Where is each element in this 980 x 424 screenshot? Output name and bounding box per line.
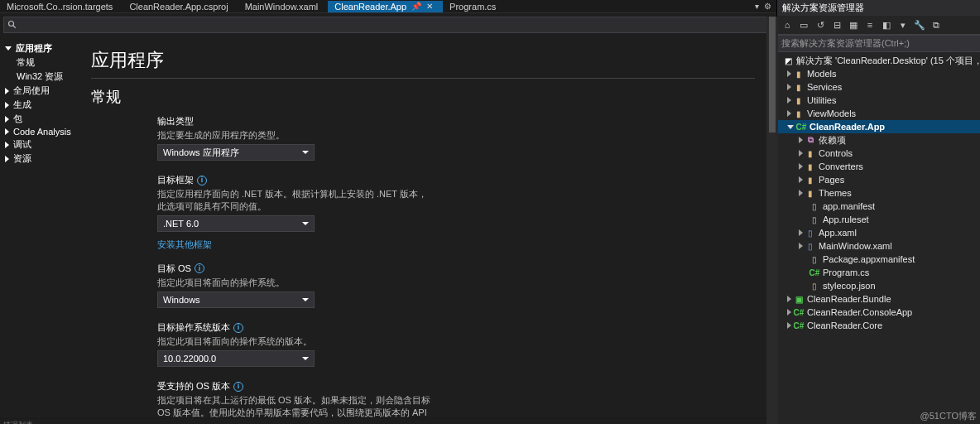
- tab-program[interactable]: Program.cs: [443, 1, 506, 12]
- folder-icon: ▮: [793, 68, 805, 80]
- scroll-thumb[interactable]: [769, 17, 776, 132]
- watermark: @51CTO博客: [920, 410, 977, 422]
- tree-project-cleanreader-app[interactable]: C#CleanReader.App: [777, 120, 980, 133]
- cs-icon: C#: [809, 267, 820, 278]
- link-icon[interactable]: ⧉: [930, 18, 943, 31]
- nav-code-analysis[interactable]: Code Analysis: [5, 126, 91, 137]
- solution-explorer-search[interactable]: 搜索解决方案资源管理器(Ctrl+;) 🔍▾: [777, 35, 980, 52]
- close-icon[interactable]: ✕: [426, 2, 433, 11]
- vertical-scrollbar[interactable]: [766, 17, 778, 424]
- status-bar: 错误列表: [0, 418, 776, 424]
- chevron-down-icon: [302, 298, 309, 301]
- tree-file-appruleset[interactable]: ▯App.ruleset: [777, 213, 980, 226]
- sync-icon[interactable]: ↺: [814, 18, 827, 31]
- csproj-icon: C#: [793, 320, 805, 331]
- tree-project-core[interactable]: C#CleanReader.Core: [777, 319, 980, 332]
- search-icon: [7, 20, 17, 30]
- info-icon[interactable]: i: [197, 176, 207, 186]
- tree-file-appxaml[interactable]: ▯App.xaml: [777, 226, 980, 239]
- dropdown-target-os[interactable]: Windows: [157, 292, 315, 308]
- field-target-os: 目标 OSi 指定此项目将面向的操作系统。 Windows: [157, 263, 755, 308]
- tree-project-console[interactable]: C#CleanReader.ConsoleApp: [777, 306, 980, 319]
- dropdown-target-framework[interactable]: .NET 6.0: [157, 215, 315, 232]
- tree-dependencies[interactable]: ⧉依赖项: [777, 133, 980, 147]
- tree-file-appmanifest[interactable]: ▯app.manifest: [777, 200, 980, 213]
- nav-application[interactable]: 应用程序: [5, 41, 91, 55]
- dropdown-output-type[interactable]: Windows 应用程序: [157, 144, 315, 161]
- folder-icon: ▮: [793, 108, 805, 119]
- properties-icon[interactable]: ≡: [863, 18, 877, 31]
- tree-folder-pages[interactable]: ▮Pages: [777, 173, 980, 186]
- home-icon[interactable]: ⌂: [781, 18, 794, 31]
- chevron-down-icon: [302, 151, 309, 154]
- install-other-frameworks-link[interactable]: 安装其他框架: [157, 238, 755, 251]
- dropdown-os-version[interactable]: 10.0.22000.0: [157, 350, 315, 367]
- nav-package[interactable]: 包: [5, 112, 91, 126]
- tree-folder-viewmodels[interactable]: ▮ViewModels: [777, 107, 980, 120]
- tree-folder-utilities[interactable]: ▮Utilities: [777, 94, 980, 107]
- switcher-icon[interactable]: ▭: [797, 18, 810, 31]
- tree-file-stylecop[interactable]: ▯stylecop.json: [777, 279, 980, 292]
- folder-icon: ▮: [805, 147, 816, 159]
- svg-line-1: [13, 26, 16, 28]
- info-icon[interactable]: i: [195, 263, 204, 273]
- solution-tree: ◩解决方案 'CleanReader.Desktop' (15 个项目，共 15…: [777, 52, 980, 424]
- chevron-down-icon: [302, 357, 309, 360]
- settings-content: 应用程序 常规 输出类型 指定要生成的应用程序的类型。 Windows 应用程序…: [91, 36, 776, 418]
- xaml-icon: ▯: [805, 240, 816, 252]
- folder-icon: ▮: [805, 187, 816, 199]
- preview-icon[interactable]: ◧: [880, 18, 893, 31]
- more-icon[interactable]: ▾: [896, 18, 910, 31]
- json-icon: ▯: [809, 280, 820, 292]
- csproj-icon: ▣: [793, 293, 805, 305]
- csproj-icon: C#: [793, 306, 805, 318]
- tree-folder-themes[interactable]: ▮Themes: [777, 186, 980, 200]
- nav-global-usings[interactable]: 全局使用: [5, 84, 91, 98]
- tab-cleanreader-app[interactable]: CleanReader.App 📌 ✕: [328, 1, 443, 12]
- tree-file-program[interactable]: C#Program.cs: [777, 266, 980, 279]
- tab-dropdown-icon[interactable]: ▾: [755, 2, 759, 11]
- tab-mainwindow[interactable]: MainWindow.xaml: [238, 1, 329, 12]
- tab-tools-icon[interactable]: ⚙: [764, 2, 771, 11]
- tree-project-bundle[interactable]: ▣CleanReader.Bundle: [777, 292, 980, 306]
- pin-icon[interactable]: 📌: [411, 2, 421, 11]
- tree-folder-controls[interactable]: ▮Controls: [777, 147, 980, 160]
- tree-file-mainwindow[interactable]: ▯MainWindow.xaml: [777, 239, 980, 253]
- wrench-icon[interactable]: 🔧: [913, 18, 926, 31]
- tab-targets[interactable]: Microsoft.Co..rsion.targets: [0, 1, 122, 12]
- info-icon[interactable]: i: [233, 323, 243, 333]
- tree-folder-services[interactable]: ▮Services: [777, 80, 980, 94]
- field-target-framework: 目标框架i 指定应用程序面向的 .NET 版本。根据计算机上安装的 .NET 版…: [157, 174, 755, 232]
- tab-csproj[interactable]: CleanReader.App.csproj: [122, 1, 238, 12]
- svg-point-0: [9, 22, 14, 26]
- info-icon[interactable]: i: [233, 382, 243, 392]
- file-icon: ▯: [809, 200, 820, 212]
- collapse-icon[interactable]: ⊟: [830, 18, 843, 31]
- nav-resources[interactable]: 资源: [5, 152, 91, 166]
- tree-file-package[interactable]: ▯Package.appxmanifest: [777, 253, 980, 266]
- show-all-icon[interactable]: ▦: [847, 18, 860, 31]
- folder-icon: ▮: [805, 161, 816, 172]
- nav-build[interactable]: 生成: [5, 98, 91, 112]
- nav-win32-resources[interactable]: Win32 资源: [17, 70, 91, 84]
- section-header: 常规: [91, 87, 755, 107]
- document-tabs: Microsoft.Co..rsion.targets CleanReader.…: [0, 0, 776, 13]
- dependencies-icon: ⧉: [805, 134, 816, 146]
- solution-node[interactable]: ◩解决方案 'CleanReader.Desktop' (15 个项目，共 15…: [777, 54, 980, 67]
- nav-general[interactable]: 常规: [17, 55, 91, 70]
- folder-icon: ▮: [793, 94, 805, 106]
- folder-icon: ▮: [793, 81, 805, 93]
- solution-icon: ◩: [782, 55, 794, 66]
- tree-folder-converters[interactable]: ▮Converters: [777, 160, 980, 173]
- solution-explorer-panel: 解决方案资源管理器 ▾ 📌 ✕ ⌂ ▭ ↺ ⊟ ▦ ≡ ◧ ▾ 🔧 ⧉ 搜索解决…: [776, 0, 980, 424]
- nav-debug[interactable]: 调试: [5, 137, 91, 152]
- solution-explorer-title: 解决方案资源管理器 ▾ 📌 ✕: [777, 0, 980, 16]
- tree-folder-models[interactable]: ▮Models: [777, 67, 980, 80]
- settings-nav: 应用程序 常规 Win32 资源 全局使用 生成 包 Code Analysis…: [0, 36, 91, 418]
- field-supported-os: 受支持的 OS 版本i 指定项目将在其上运行的最低 OS 版本。如果未指定，则会…: [157, 380, 755, 418]
- divider: [91, 78, 755, 79]
- field-os-version: 目标操作系统版本i 指定此项目将面向的操作系统的版本。 10.0.22000.0: [157, 321, 755, 367]
- folder-icon: ▮: [805, 174, 816, 186]
- page-search[interactable]: [3, 17, 773, 33]
- file-icon: ▯: [809, 253, 820, 265]
